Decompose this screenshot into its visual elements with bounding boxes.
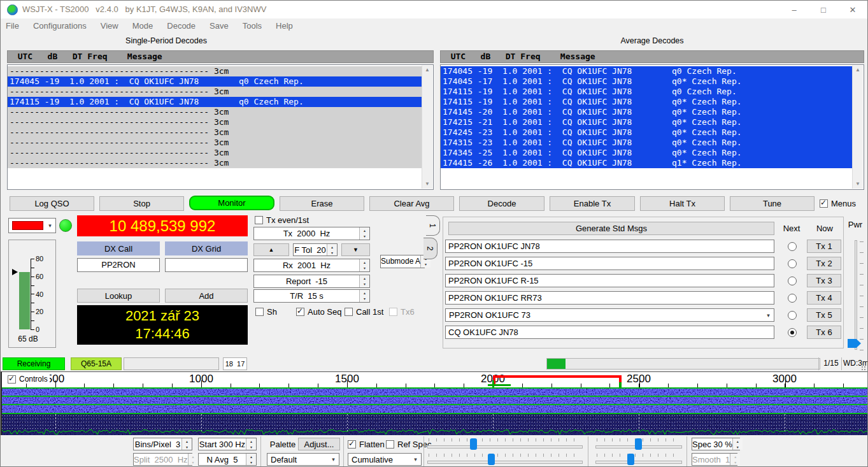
spinner-up-icon[interactable]: ▴ — [360, 259, 369, 266]
spinner-down-icon[interactable]: ▾ — [360, 296, 369, 303]
tab-2[interactable]: 2 — [423, 238, 438, 259]
monitor-button[interactable]: Monitor — [189, 196, 274, 210]
spinner-down-icon[interactable]: ▾ — [327, 250, 337, 255]
decode-row[interactable]: 174345 -25 1.0 2001 : CQ OK1UFC JN78 q0*… — [441, 148, 853, 158]
decode-button[interactable]: Decode — [459, 196, 544, 211]
clear-avg-button[interactable]: Clear Avg — [369, 196, 454, 211]
scroll-down-icon[interactable]: ▼ — [855, 180, 860, 189]
tx5-message-combo[interactable]: PP2RON OK1UFC 73 ▾ — [445, 308, 774, 322]
single-period-decodes-list[interactable]: ----------------------------------------… — [7, 64, 434, 190]
tx3-message-field[interactable]: PP2RON OK1UFC R-15 — [445, 274, 774, 287]
spinner-down-icon[interactable]: ▾ — [421, 262, 430, 268]
spinner-down-icon[interactable]: ▾ — [733, 444, 743, 450]
tx6-message-field[interactable]: CQ OK1UFC JN78 — [445, 326, 774, 339]
shift-up-button[interactable]: ▲ — [253, 243, 289, 256]
tx4-message-field[interactable]: PP2RON OK1UFC RR73 — [445, 291, 774, 305]
generate-std-msgs-button[interactable]: Generate Std Msgs — [448, 222, 774, 235]
spinner-up-icon[interactable]: ▴ — [730, 454, 740, 459]
tx6-next-radio[interactable] — [788, 328, 797, 337]
scroll-down-icon[interactable]: ▼ — [425, 180, 430, 189]
waterfall-zero-slider[interactable] — [594, 438, 683, 450]
spinner-up-icon[interactable]: ▴ — [246, 438, 256, 444]
halt-tx-button[interactable]: Halt Tx — [640, 196, 725, 211]
auto-seq-checkbox[interactable]: Auto Seq — [296, 307, 342, 317]
tx4-next-radio[interactable] — [788, 294, 797, 303]
tx2-now-button[interactable]: Tx 2 — [807, 257, 841, 270]
lookup-button[interactable]: Lookup — [77, 289, 160, 303]
slider-thumb[interactable] — [470, 438, 477, 450]
resize-grip-icon[interactable] — [862, 366, 863, 368]
tx3-now-button[interactable]: Tx 3 — [807, 274, 841, 287]
decode-row[interactable]: ----------------------------------------… — [8, 117, 422, 127]
decode-row[interactable]: ----------------------------------------… — [8, 127, 422, 138]
title-bar[interactable]: WSJT-X - TS2000 v2.4.0 by K1JT, G4WJS, K… — [1, 1, 867, 18]
n-avg-spinner[interactable]: N Avg 5 ▴▾ — [198, 453, 257, 466]
tune-button[interactable]: Tune — [730, 196, 815, 211]
spinner-up-icon[interactable]: ▴ — [733, 438, 743, 444]
chevron-down-icon[interactable]: ▾ — [763, 309, 774, 321]
spinner-down-icon[interactable]: ▾ — [360, 282, 369, 288]
spinner-up-icon[interactable]: ▴ — [327, 244, 337, 250]
spectrum-mode-combo[interactable]: Cumulative ▾ — [348, 453, 422, 466]
spinner-down-icon[interactable]: ▾ — [360, 266, 369, 272]
tx5-next-radio[interactable] — [788, 311, 797, 320]
tx2-message-field[interactable]: PP2RON OK1UFC -15 — [445, 257, 774, 270]
spinner-down-icon[interactable]: ▾ — [360, 234, 369, 240]
chevron-down-icon[interactable]: ▾ — [328, 454, 339, 465]
spinner-up-icon[interactable]: ▴ — [360, 290, 369, 296]
decode-row[interactable]: 174115 -19 1.0 2001 : CQ OK1UFC JN78 q0*… — [441, 97, 853, 107]
chevron-down-icon[interactable]: ▾ — [45, 219, 55, 233]
spinner-up-icon[interactable]: ▴ — [360, 227, 369, 234]
close-button[interactable]: ✕ — [838, 1, 867, 18]
menus-checkbox[interactable]: Menus — [820, 199, 856, 208]
average-decodes-list[interactable]: 174045 -19 1.0 2001 : CQ OK1UFC JN78 q0 … — [440, 64, 864, 190]
pwr-slider-track[interactable] — [855, 240, 857, 350]
tx1-next-radio[interactable] — [788, 242, 797, 251]
tx-even-checkbox[interactable]: Tx even/1st — [255, 215, 309, 225]
tx1-now-button[interactable]: Tx 1 — [807, 240, 841, 253]
call-1st-checkbox[interactable]: Call 1st — [345, 307, 383, 317]
decode-row[interactable]: 174045 -19 1.0 2001 : CQ OK1UFC JN78 q0 … — [8, 76, 422, 87]
bins-pixel-spinner[interactable]: Bins/Pixel 3 ▴▾ — [133, 438, 192, 450]
decode-row[interactable]: 174145 -20 1.0 2001 : CQ OK1UFC JN78 q0*… — [441, 107, 853, 117]
slider-thumb[interactable] — [635, 438, 642, 450]
shift-down-button[interactable]: ▼ — [341, 243, 370, 256]
menu-tools[interactable]: Tools — [243, 21, 262, 31]
controls-checkbox[interactable]: Controls — [6, 375, 50, 384]
scrollbar[interactable]: ▲ ▼ — [422, 66, 432, 189]
adjust-button[interactable]: Adjust... — [298, 438, 340, 450]
spinner-up-icon[interactable]: ▴ — [189, 454, 198, 459]
slider-thumb[interactable] — [488, 454, 495, 465]
spinner-down-icon[interactable]: ▾ — [246, 459, 256, 465]
tx3-next-radio[interactable] — [788, 277, 797, 285]
decode-row[interactable]: 174045 -17 1.0 2001 : CQ OK1UFC JN78 q0*… — [441, 76, 853, 87]
enable-tx-button[interactable]: Enable Tx — [550, 196, 635, 211]
decode-row[interactable]: ----------------------------------------… — [8, 107, 422, 117]
decode-row[interactable]: ----------------------------------------… — [8, 148, 422, 158]
pwr-slider-thumb[interactable] — [848, 339, 861, 348]
waterfall-display[interactable] — [1, 387, 868, 435]
spectrum-gain-slider[interactable] — [426, 453, 584, 466]
decode-row[interactable]: ----------------------------------------… — [8, 138, 422, 148]
waterfall-frequency-scale[interactable]: 500 1000 1500 2000 2500 3000 Controls — [1, 371, 868, 387]
scroll-up-icon[interactable]: ▲ — [425, 66, 430, 75]
dx-call-field[interactable]: PP2RON — [77, 258, 160, 272]
decode-row[interactable]: 174215 -21 1.0 2001 : CQ OK1UFC JN78 q0*… — [441, 117, 853, 127]
spinner-down-icon[interactable]: ▾ — [189, 459, 198, 465]
submode-spinner[interactable]: Submode A ▴▾ — [380, 255, 425, 268]
minimize-button[interactable]: – — [779, 1, 809, 18]
tx2-next-radio[interactable] — [788, 259, 797, 268]
erase-button[interactable]: Erase — [280, 196, 364, 211]
menu-help[interactable]: Help — [276, 21, 293, 31]
tx4-now-button[interactable]: Tx 4 — [807, 291, 841, 305]
band-select-combo[interactable]: ▾ — [8, 218, 56, 233]
tx6-now-button[interactable]: Tx 6 — [807, 326, 841, 339]
slider-thumb[interactable] — [627, 454, 634, 465]
spinner-up-icon[interactable]: ▴ — [360, 275, 369, 282]
tab-1[interactable]: 1 — [426, 215, 440, 236]
maximize-button[interactable]: □ — [809, 1, 838, 18]
decode-row[interactable]: ----------------------------------------… — [8, 87, 422, 97]
report-spinner[interactable]: Report -15 ▴▾ — [253, 275, 370, 288]
spinner-up-icon[interactable]: ▴ — [182, 438, 192, 444]
palette-combo[interactable]: Default ▾ — [267, 453, 339, 466]
